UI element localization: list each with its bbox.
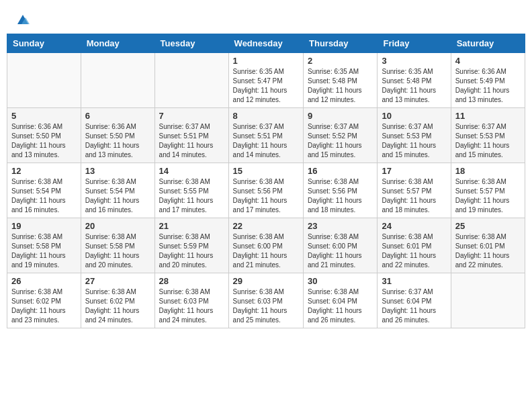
week-row-3: 12Sunrise: 6:38 AM Sunset: 5:54 PM Dayli…: [7, 163, 525, 218]
day-info: Sunrise: 6:38 AM Sunset: 6:01 PM Dayligh…: [455, 232, 521, 270]
day-info: Sunrise: 6:38 AM Sunset: 5:56 PM Dayligh…: [308, 177, 373, 215]
day-number: 22: [233, 221, 299, 231]
day-info: Sunrise: 6:38 AM Sunset: 5:58 PM Dayligh…: [11, 232, 77, 270]
calendar-cell: 15Sunrise: 6:38 AM Sunset: 5:56 PM Dayli…: [228, 163, 303, 218]
calendar-cell: 21Sunrise: 6:38 AM Sunset: 5:59 PM Dayli…: [154, 218, 228, 273]
calendar-cell: 28Sunrise: 6:38 AM Sunset: 6:03 PM Dayli…: [154, 273, 228, 328]
day-number: 17: [382, 166, 446, 176]
calendar-cell: 24Sunrise: 6:38 AM Sunset: 6:01 PM Dayli…: [378, 218, 451, 273]
logo-icon: [15, 12, 31, 28]
day-number: 2: [308, 56, 373, 66]
day-info: Sunrise: 6:38 AM Sunset: 6:03 PM Dayligh…: [159, 287, 224, 325]
day-number: 10: [382, 111, 446, 121]
day-number: 13: [85, 166, 150, 176]
day-info: Sunrise: 6:38 AM Sunset: 5:54 PM Dayligh…: [11, 177, 77, 215]
header: [7, 7, 525, 31]
day-info: Sunrise: 6:36 AM Sunset: 5:50 PM Dayligh…: [85, 122, 150, 160]
day-number: 9: [308, 111, 373, 121]
calendar-cell: 16Sunrise: 6:38 AM Sunset: 5:56 PM Dayli…: [304, 163, 378, 218]
day-info: Sunrise: 6:38 AM Sunset: 5:59 PM Dayligh…: [159, 232, 224, 270]
calendar-cell: [451, 273, 525, 328]
day-info: Sunrise: 6:35 AM Sunset: 5:48 PM Dayligh…: [308, 67, 373, 105]
day-info: Sunrise: 6:38 AM Sunset: 6:00 PM Dayligh…: [308, 232, 373, 270]
day-info: Sunrise: 6:38 AM Sunset: 6:02 PM Dayligh…: [11, 287, 77, 325]
day-number: 20: [85, 221, 150, 231]
day-number: 5: [11, 111, 77, 121]
day-header-thursday: Thursday: [304, 34, 378, 53]
calendar-body: 1Sunrise: 6:35 AM Sunset: 5:47 PM Daylig…: [7, 53, 525, 328]
calendar-cell: 22Sunrise: 6:38 AM Sunset: 6:00 PM Dayli…: [228, 218, 303, 273]
calendar-cell: 31Sunrise: 6:37 AM Sunset: 6:04 PM Dayli…: [378, 273, 451, 328]
day-info: Sunrise: 6:36 AM Sunset: 5:50 PM Dayligh…: [11, 122, 77, 160]
day-info: Sunrise: 6:38 AM Sunset: 5:58 PM Dayligh…: [85, 232, 150, 270]
day-number: 8: [233, 111, 299, 121]
calendar-cell: 11Sunrise: 6:37 AM Sunset: 5:53 PM Dayli…: [451, 108, 525, 163]
day-info: Sunrise: 6:35 AM Sunset: 5:47 PM Dayligh…: [233, 67, 299, 105]
week-row-2: 5Sunrise: 6:36 AM Sunset: 5:50 PM Daylig…: [7, 108, 525, 163]
calendar-cell: 10Sunrise: 6:37 AM Sunset: 5:53 PM Dayli…: [378, 108, 451, 163]
calendar-cell: 17Sunrise: 6:38 AM Sunset: 5:57 PM Dayli…: [378, 163, 451, 218]
day-info: Sunrise: 6:38 AM Sunset: 6:03 PM Dayligh…: [233, 287, 299, 325]
week-row-1: 1Sunrise: 6:35 AM Sunset: 5:47 PM Daylig…: [7, 53, 525, 108]
day-number: 31: [382, 276, 446, 286]
day-info: Sunrise: 6:37 AM Sunset: 5:53 PM Dayligh…: [382, 122, 446, 160]
day-header-sunday: Sunday: [7, 34, 81, 53]
calendar-cell: 7Sunrise: 6:37 AM Sunset: 5:51 PM Daylig…: [154, 108, 228, 163]
day-header-monday: Monday: [81, 34, 154, 53]
day-info: Sunrise: 6:37 AM Sunset: 6:04 PM Dayligh…: [382, 287, 446, 325]
logo-text: [13, 12, 31, 28]
day-number: 14: [159, 166, 224, 176]
calendar-header-row: SundayMondayTuesdayWednesdayThursdayFrid…: [7, 34, 525, 53]
day-info: Sunrise: 6:38 AM Sunset: 5:55 PM Dayligh…: [159, 177, 224, 215]
day-info: Sunrise: 6:38 AM Sunset: 6:01 PM Dayligh…: [382, 232, 446, 270]
day-number: 4: [455, 56, 521, 66]
calendar-cell: [7, 53, 81, 108]
day-info: Sunrise: 6:38 AM Sunset: 5:57 PM Dayligh…: [382, 177, 446, 215]
day-info: Sunrise: 6:38 AM Sunset: 5:54 PM Dayligh…: [85, 177, 150, 215]
calendar-cell: [154, 53, 228, 108]
day-info: Sunrise: 6:37 AM Sunset: 5:51 PM Dayligh…: [233, 122, 299, 160]
calendar-cell: [81, 53, 154, 108]
calendar-cell: 20Sunrise: 6:38 AM Sunset: 5:58 PM Dayli…: [81, 218, 154, 273]
day-number: 3: [382, 56, 446, 66]
logo: [13, 12, 31, 28]
day-number: 27: [85, 276, 150, 286]
calendar-cell: 18Sunrise: 6:38 AM Sunset: 5:57 PM Dayli…: [451, 163, 525, 218]
day-number: 11: [455, 111, 521, 121]
calendar-cell: 30Sunrise: 6:38 AM Sunset: 6:04 PM Dayli…: [304, 273, 378, 328]
day-header-friday: Friday: [378, 34, 451, 53]
day-info: Sunrise: 6:37 AM Sunset: 5:51 PM Dayligh…: [159, 122, 224, 160]
day-info: Sunrise: 6:36 AM Sunset: 5:49 PM Dayligh…: [455, 67, 521, 105]
day-info: Sunrise: 6:37 AM Sunset: 5:52 PM Dayligh…: [308, 122, 373, 160]
day-info: Sunrise: 6:38 AM Sunset: 5:57 PM Dayligh…: [455, 177, 521, 215]
week-row-4: 19Sunrise: 6:38 AM Sunset: 5:58 PM Dayli…: [7, 218, 525, 273]
day-header-saturday: Saturday: [451, 34, 525, 53]
calendar-cell: 25Sunrise: 6:38 AM Sunset: 6:01 PM Dayli…: [451, 218, 525, 273]
calendar-cell: 3Sunrise: 6:35 AM Sunset: 5:48 PM Daylig…: [378, 53, 451, 108]
day-info: Sunrise: 6:38 AM Sunset: 5:56 PM Dayligh…: [233, 177, 299, 215]
day-number: 18: [455, 166, 521, 176]
day-number: 30: [308, 276, 373, 286]
day-number: 15: [233, 166, 299, 176]
day-number: 29: [233, 276, 299, 286]
day-number: 26: [11, 276, 77, 286]
week-row-5: 26Sunrise: 6:38 AM Sunset: 6:02 PM Dayli…: [7, 273, 525, 328]
calendar-cell: 29Sunrise: 6:38 AM Sunset: 6:03 PM Dayli…: [228, 273, 303, 328]
day-info: Sunrise: 6:37 AM Sunset: 5:53 PM Dayligh…: [455, 122, 521, 160]
day-number: 12: [11, 166, 77, 176]
calendar-cell: 8Sunrise: 6:37 AM Sunset: 5:51 PM Daylig…: [228, 108, 303, 163]
day-number: 28: [159, 276, 224, 286]
day-number: 19: [11, 221, 77, 231]
day-info: Sunrise: 6:35 AM Sunset: 5:48 PM Dayligh…: [382, 67, 446, 105]
day-info: Sunrise: 6:38 AM Sunset: 6:04 PM Dayligh…: [308, 287, 373, 325]
day-info: Sunrise: 6:38 AM Sunset: 6:00 PM Dayligh…: [233, 232, 299, 270]
calendar-cell: 4Sunrise: 6:36 AM Sunset: 5:49 PM Daylig…: [451, 53, 525, 108]
calendar-table: SundayMondayTuesdayWednesdayThursdayFrid…: [7, 34, 525, 328]
calendar-cell: 26Sunrise: 6:38 AM Sunset: 6:02 PM Dayli…: [7, 273, 81, 328]
calendar-cell: 1Sunrise: 6:35 AM Sunset: 5:47 PM Daylig…: [228, 53, 303, 108]
day-number: 21: [159, 221, 224, 231]
day-number: 1: [233, 56, 299, 66]
day-header-tuesday: Tuesday: [154, 34, 228, 53]
day-number: 7: [159, 111, 224, 121]
day-header-wednesday: Wednesday: [228, 34, 303, 53]
